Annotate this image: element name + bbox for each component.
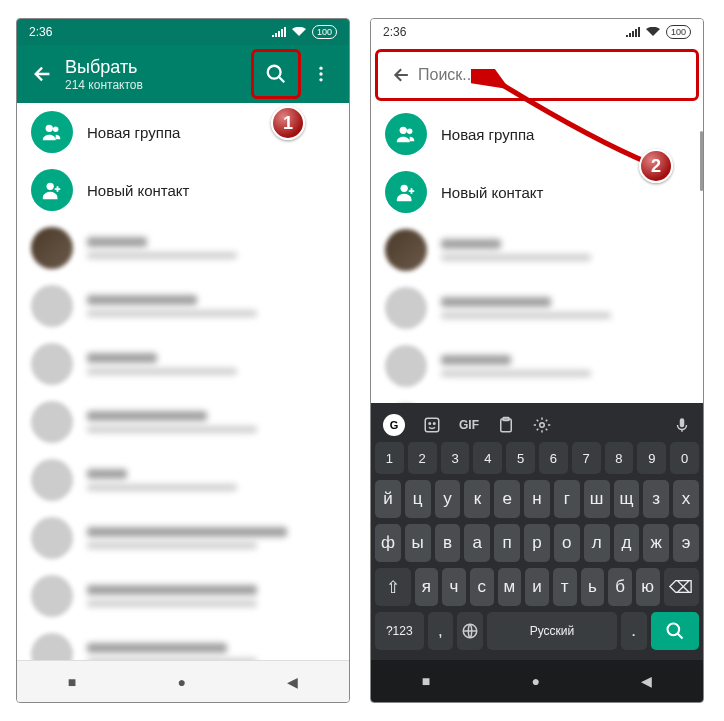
key-ш[interactable]: ш <box>584 480 610 518</box>
sticker-icon[interactable] <box>423 416 441 434</box>
contact-row[interactable] <box>17 567 349 625</box>
contact-row[interactable] <box>17 625 349 660</box>
key-т[interactable]: т <box>553 568 577 606</box>
page-subtitle: 214 контактов <box>65 78 251 92</box>
key-ч[interactable]: ч <box>442 568 466 606</box>
settings-icon[interactable] <box>533 416 551 434</box>
backspace-key[interactable]: ⌫ <box>664 568 700 606</box>
title-block: Выбрать 214 контактов <box>65 57 251 92</box>
nav-recent-icon[interactable]: ■ <box>68 674 76 690</box>
phone-screenshot-1: 2:36 100 Выбрать 214 контактов Нова <box>16 18 350 703</box>
key-н[interactable]: н <box>524 480 550 518</box>
space-key[interactable]: Русский <box>487 612 616 650</box>
key-5[interactable]: 5 <box>506 442 535 474</box>
key-3[interactable]: 3 <box>441 442 470 474</box>
contact-row[interactable] <box>17 509 349 567</box>
key-з[interactable]: з <box>643 480 669 518</box>
add-contact-icon <box>385 171 427 213</box>
key-ь[interactable]: ь <box>581 568 605 606</box>
key-2[interactable]: 2 <box>408 442 437 474</box>
android-navbar: ■ ● ◀ <box>371 660 703 702</box>
nav-recent-icon[interactable]: ■ <box>422 673 430 689</box>
contact-row[interactable] <box>371 221 703 279</box>
language-key[interactable] <box>457 612 483 650</box>
more-vert-icon <box>311 64 331 84</box>
shift-key[interactable]: ⇧ <box>375 568 411 606</box>
key-у[interactable]: у <box>435 480 461 518</box>
globe-icon <box>461 622 479 640</box>
key-в[interactable]: в <box>435 524 461 562</box>
key-ы[interactable]: ы <box>405 524 431 562</box>
group-icon <box>31 111 73 153</box>
key-8[interactable]: 8 <box>605 442 634 474</box>
key-к[interactable]: к <box>464 480 490 518</box>
key-о[interactable]: о <box>554 524 580 562</box>
key-щ[interactable]: щ <box>614 480 640 518</box>
key-а[interactable]: а <box>464 524 490 562</box>
contact-row[interactable] <box>17 451 349 509</box>
keyboard-row-1: йцукенгшщзх <box>375 480 699 518</box>
contact-row[interactable] <box>371 337 703 395</box>
nav-home-icon[interactable]: ● <box>177 674 185 690</box>
key-б[interactable]: б <box>608 568 632 606</box>
search-button[interactable] <box>256 54 296 94</box>
svg-point-6 <box>47 183 54 190</box>
key-с[interactable]: с <box>470 568 494 606</box>
key-э[interactable]: э <box>673 524 699 562</box>
scroll-indicator <box>700 131 703 191</box>
search-icon <box>265 63 287 85</box>
key-х[interactable]: х <box>673 480 699 518</box>
comma-key[interactable]: , <box>428 612 454 650</box>
key-р[interactable]: р <box>524 524 550 562</box>
symbols-key[interactable]: ?123 <box>375 612 424 650</box>
period-key[interactable]: . <box>621 612 647 650</box>
search-icon <box>665 621 685 641</box>
key-и[interactable]: и <box>525 568 549 606</box>
key-п[interactable]: п <box>494 524 520 562</box>
key-ю[interactable]: ю <box>636 568 660 606</box>
wifi-icon <box>646 27 660 37</box>
contact-row[interactable] <box>17 277 349 335</box>
keyboard[interactable]: G GIF 1234567890 йцукенгшщзх фывапролджэ… <box>371 403 703 660</box>
back-button[interactable] <box>386 59 418 91</box>
key-6[interactable]: 6 <box>539 442 568 474</box>
search-enter-key[interactable] <box>651 612 700 650</box>
contact-list[interactable]: Новая группа Новый контакт <box>17 103 349 660</box>
contact-row[interactable] <box>371 395 703 403</box>
callout-1: 1 <box>271 106 305 140</box>
key-г[interactable]: г <box>554 480 580 518</box>
svg-point-11 <box>429 423 431 425</box>
key-я[interactable]: я <box>415 568 439 606</box>
google-icon[interactable]: G <box>383 414 405 436</box>
clipboard-icon[interactable] <box>497 416 515 434</box>
key-9[interactable]: 9 <box>637 442 666 474</box>
contact-row[interactable] <box>17 335 349 393</box>
gif-button[interactable]: GIF <box>459 418 479 432</box>
key-7[interactable]: 7 <box>572 442 601 474</box>
key-ф[interactable]: ф <box>375 524 401 562</box>
svg-point-8 <box>407 129 413 135</box>
key-д[interactable]: д <box>614 524 640 562</box>
new-group-label: Новая группа <box>87 124 180 141</box>
new-contact-item[interactable]: Новый контакт <box>17 161 349 219</box>
svg-point-12 <box>434 423 436 425</box>
key-м[interactable]: м <box>498 568 522 606</box>
key-ц[interactable]: ц <box>405 480 431 518</box>
nav-back-icon[interactable]: ◀ <box>641 673 652 689</box>
contact-row[interactable] <box>371 279 703 337</box>
key-ж[interactable]: ж <box>643 524 669 562</box>
mic-icon[interactable] <box>673 416 691 434</box>
key-4[interactable]: 4 <box>473 442 502 474</box>
app-bar: Выбрать 214 контактов <box>17 45 349 103</box>
key-л[interactable]: л <box>584 524 610 562</box>
key-0[interactable]: 0 <box>670 442 699 474</box>
contact-row[interactable] <box>17 393 349 451</box>
contact-row[interactable] <box>17 219 349 277</box>
nav-back-icon[interactable]: ◀ <box>287 674 298 690</box>
key-й[interactable]: й <box>375 480 401 518</box>
key-1[interactable]: 1 <box>375 442 404 474</box>
back-button[interactable] <box>25 56 61 92</box>
key-е[interactable]: е <box>494 480 520 518</box>
menu-button[interactable] <box>301 54 341 94</box>
nav-home-icon[interactable]: ● <box>531 673 539 689</box>
